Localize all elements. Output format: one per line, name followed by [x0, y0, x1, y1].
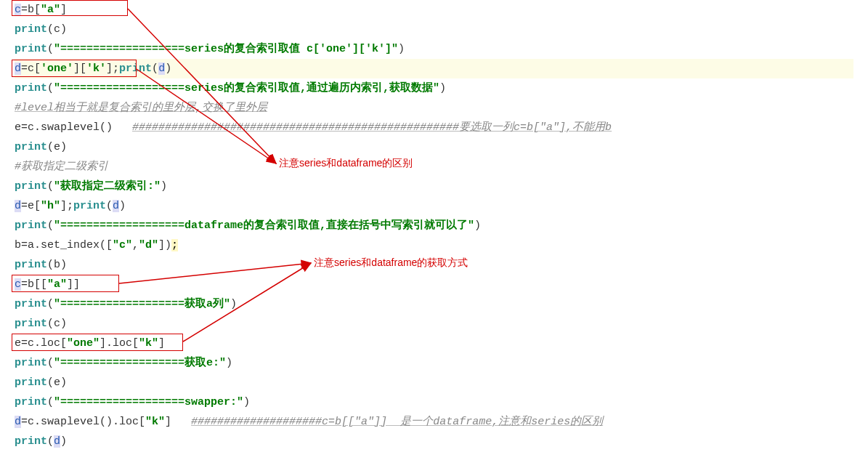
code-line[interactable]: print("===================获取e:") [15, 353, 853, 373]
code-line[interactable]: print(e) [15, 137, 853, 157]
code-line[interactable]: print(e) [15, 373, 853, 392]
code-line[interactable]: print(d) [15, 432, 853, 451]
code-line[interactable]: print("===================dataframe的复合索引… [15, 216, 853, 235]
code-line[interactable]: print("获取指定二级索引:") [15, 177, 853, 196]
code-line[interactable]: print(b) [15, 255, 853, 275]
code-line[interactable]: e=c.swaplevel() ########################… [15, 118, 853, 137]
code-line[interactable]: print(c) [15, 20, 853, 39]
code-line[interactable]: print("===================获取a列") [15, 294, 853, 314]
code-line[interactable]: c=b[["a"]] [15, 275, 853, 294]
code-line[interactable]: #获取指定二级索引 [15, 157, 853, 177]
code-line-active[interactable]: d=c['one']['k'];print(d) [15, 59, 853, 78]
code-line[interactable]: print("===================swapper:") [15, 392, 853, 412]
code-line[interactable]: print(c) [15, 314, 853, 334]
code-editor[interactable]: c=b["a"] print(c) print("===============… [0, 0, 868, 451]
code-line[interactable]: #level相当于就是复合索引的里外层,交换了里外层 [15, 98, 853, 118]
code-line[interactable]: print("===================series的复合索引取值 … [15, 39, 853, 59]
code-line[interactable]: d=e["h"];print(d) [15, 196, 853, 216]
var-c: c [15, 4, 21, 16]
code-line[interactable]: e=c.loc["one"].loc["k"] [15, 334, 853, 353]
code-line[interactable]: d=c.swaplevel().loc["k"] ###############… [15, 412, 853, 432]
code-line[interactable]: b=a.set_index(["c","d"]); [15, 235, 853, 255]
code-line[interactable]: c=b["a"] [15, 0, 853, 20]
code-line[interactable]: print("===================series的复合索引取值,… [15, 78, 853, 98]
